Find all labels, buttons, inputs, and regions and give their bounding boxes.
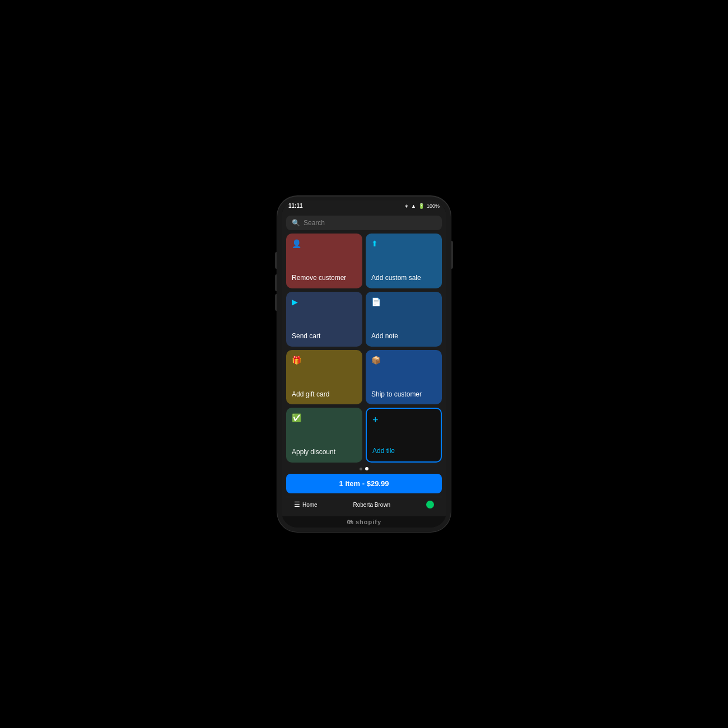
remove-customer-icon: 👤 <box>292 239 357 248</box>
status-bar: 11:11 ∗ ▲ 🔋 100% <box>282 200 446 211</box>
tile-add-custom-sale[interactable]: ⬆ Add custom sale <box>366 234 442 288</box>
phone-screen: 11:11 ∗ ▲ 🔋 100% 🔍 Search 👤 <box>282 200 446 528</box>
online-status-dot <box>426 501 434 508</box>
dot-1 <box>360 468 362 470</box>
add-custom-sale-icon: ⬆ <box>371 239 436 248</box>
bottom-nav: ☰ Home Roberta Brown <box>286 497 442 512</box>
tiles-grid: 👤 Remove customer ⬆ Add custom sale ▶ Se… <box>286 234 442 463</box>
shopify-logo-bar: 🛍 shopify <box>282 516 446 528</box>
apply-discount-label: Apply discount <box>292 448 357 457</box>
phone-device: 11:11 ∗ ▲ 🔋 100% 🔍 Search 👤 <box>277 196 451 532</box>
tile-add-tile[interactable]: + Add tile <box>366 408 442 463</box>
tile-apply-discount[interactable]: ✅ Apply discount <box>286 408 362 463</box>
send-cart-icon: ▶ <box>292 297 357 306</box>
add-gift-card-icon: 🎁 <box>292 356 357 365</box>
search-placeholder: Search <box>304 219 325 227</box>
ship-to-customer-label: Ship to customer <box>371 390 436 399</box>
status-time: 11:11 <box>288 203 303 209</box>
tile-send-cart[interactable]: ▶ Send cart <box>286 292 362 347</box>
remove-customer-label: Remove customer <box>292 274 357 283</box>
tiles-wrapper: 👤 Remove customer ⬆ Add custom sale ▶ Se… <box>286 234 442 470</box>
cart-button[interactable]: 1 item - $29.99 <box>286 474 442 493</box>
ship-to-customer-icon: 📦 <box>371 356 436 365</box>
status-icons: ∗ ▲ 🔋 100% <box>404 203 440 209</box>
app-content: 🔍 Search 👤 Remove customer ⬆ Add custom … <box>282 211 446 516</box>
add-tile-label: Add tile <box>372 447 435 456</box>
nav-home[interactable]: ☰ Home <box>294 501 318 508</box>
hamburger-icon: ☰ <box>294 501 300 508</box>
add-note-icon: 📄 <box>371 297 436 306</box>
home-label: Home <box>302 502 318 508</box>
search-bar[interactable]: 🔍 Search <box>286 216 442 230</box>
dot-2 <box>365 467 368 470</box>
tile-add-gift-card[interactable]: 🎁 Add gift card <box>286 350 362 405</box>
user-label: Roberta Brown <box>353 502 390 508</box>
add-custom-sale-label: Add custom sale <box>371 274 436 283</box>
tile-add-note[interactable]: 📄 Add note <box>366 292 442 347</box>
cart-button-label: 1 item - $29.99 <box>339 479 389 488</box>
signal-icon: ▲ <box>411 203 416 209</box>
send-cart-label: Send cart <box>292 332 357 341</box>
search-icon: 🔍 <box>292 219 300 227</box>
bluetooth-icon: ∗ <box>404 203 409 209</box>
tile-remove-customer[interactable]: 👤 Remove customer <box>286 234 362 288</box>
shopify-logo-text: 🛍 shopify <box>347 519 381 525</box>
tile-ship-to-customer[interactable]: 📦 Ship to customer <box>366 350 442 405</box>
apply-discount-icon: ✅ <box>292 413 357 422</box>
add-note-label: Add note <box>371 332 436 341</box>
battery-percent: 100% <box>427 203 440 209</box>
add-gift-card-label: Add gift card <box>292 390 357 399</box>
add-tile-icon: + <box>372 414 435 426</box>
page-indicator <box>286 467 442 470</box>
battery-icon: 🔋 <box>418 203 424 209</box>
